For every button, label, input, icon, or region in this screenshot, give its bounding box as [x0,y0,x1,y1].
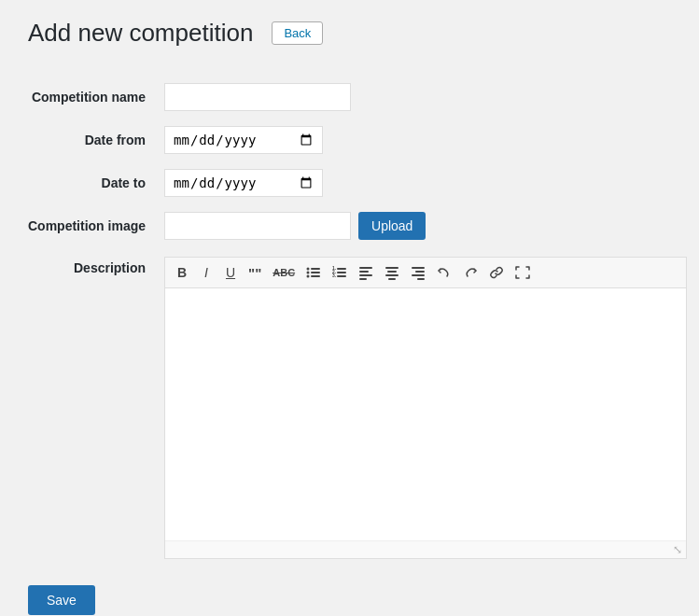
svg-rect-9 [337,272,346,273]
svg-rect-22 [412,274,425,276]
svg-rect-11 [337,275,346,277]
page-title: Add new competition [28,19,253,48]
svg-rect-7 [337,268,346,270]
date-to-input[interactable] [164,169,323,197]
image-input-row: Upload [164,212,687,240]
unordered-list-button[interactable] [301,261,326,284]
redo-button[interactable] [458,261,482,284]
undo-button[interactable] [432,261,456,284]
competition-name-input[interactable] [164,83,351,111]
strikethrough-button[interactable]: ABC [268,261,300,284]
align-right-button[interactable] [406,261,430,284]
upload-button[interactable]: Upload [358,212,426,240]
competition-image-label: Competition image [28,204,164,247]
svg-rect-20 [412,267,425,269]
svg-rect-23 [417,278,425,280]
editor-content-area[interactable] [165,288,686,540]
page-header: Add new competition Back [28,19,671,48]
description-label: Description [28,247,164,567]
underline-button[interactable]: U [219,261,242,284]
svg-rect-13 [359,271,369,273]
svg-rect-16 [385,267,398,269]
bold-button[interactable]: B [171,261,193,284]
svg-rect-15 [359,278,367,280]
svg-point-0 [307,268,310,271]
competition-image-input[interactable] [164,212,351,240]
svg-rect-17 [387,271,397,273]
svg-rect-3 [311,272,320,273]
rich-text-editor: B I U "" ABC [164,257,687,559]
form-table: Competition name Date from Date to Compe… [28,76,687,567]
svg-rect-19 [388,278,396,280]
save-button[interactable]: Save [28,585,95,615]
svg-rect-5 [311,275,320,277]
competition-image-row: Competition image Upload [28,204,687,247]
svg-rect-14 [359,274,372,276]
date-from-row: Date from [28,119,687,161]
date-from-label: Date from [28,119,164,161]
date-from-input[interactable] [164,126,323,154]
date-to-row: Date to [28,161,687,204]
svg-point-2 [307,272,310,274]
editor-toolbar: B I U "" ABC [165,258,686,288]
svg-text:3.: 3. [332,273,337,278]
date-to-label: Date to [28,161,164,204]
svg-rect-1 [311,268,320,270]
svg-point-4 [307,275,310,278]
svg-rect-12 [359,267,372,269]
blockquote-button[interactable]: "" [244,261,266,284]
link-button[interactable] [484,261,509,284]
competition-name-label: Competition name [28,76,164,119]
fullscreen-button[interactable] [510,261,535,284]
align-center-button[interactable] [380,261,404,284]
svg-rect-21 [415,271,425,273]
description-row: Description B I U "" ABC [28,247,687,567]
ordered-list-button[interactable]: 1. 2. 3. [328,261,352,284]
back-button[interactable]: Back [272,21,323,45]
align-left-button[interactable] [354,261,378,284]
italic-button[interactable]: I [195,261,217,284]
competition-name-row: Competition name [28,76,687,119]
svg-rect-18 [385,274,398,276]
editor-resize-handle[interactable]: ⤡ [165,540,686,558]
